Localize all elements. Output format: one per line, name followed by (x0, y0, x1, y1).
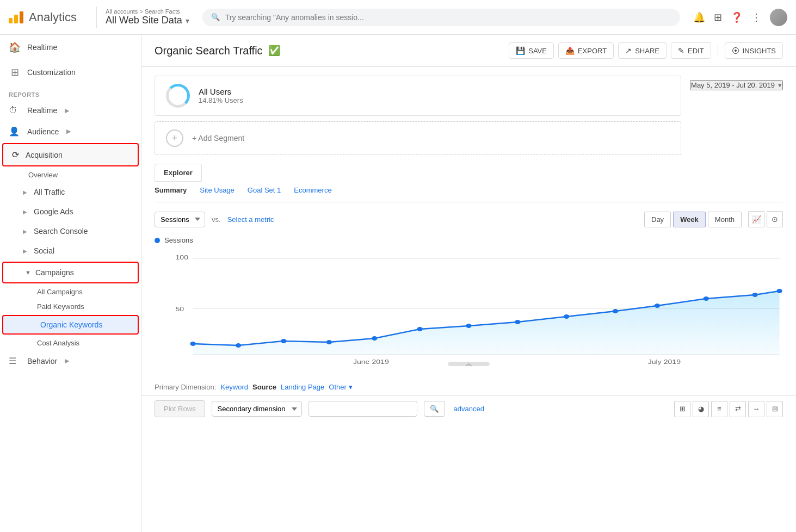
realtime-icon: ⏱ (9, 106, 21, 115)
more-vert-icon[interactable]: ⋮ (751, 11, 761, 23)
caret-icon: ▶ (23, 228, 27, 234)
day-button[interactable]: Day (644, 212, 671, 227)
sidebar-sub-google-ads[interactable]: ▶ Google Ads (0, 202, 141, 221)
chart-container: 100 50 (155, 249, 783, 370)
reports-section-label: REPORTS (0, 85, 141, 100)
add-circle-icon: + (166, 129, 183, 147)
svg-point-14 (564, 314, 569, 319)
sidebar-item-customization[interactable]: ⊞ Customization (0, 60, 141, 85)
sidebar-item-realtime[interactable]: ⏱ Realtime ▶ (0, 100, 141, 121)
search-input[interactable] (225, 13, 671, 22)
svg-point-13 (515, 320, 520, 324)
sidebar-sub-campaigns[interactable]: ▼ Campaigns 2 (2, 262, 139, 283)
sidebar-item-home[interactable]: 🏠 Realtime (0, 35, 141, 60)
sidebar-item-behavior[interactable]: ☰ Behavior ▶ (0, 350, 141, 372)
table-search-input[interactable] (308, 401, 417, 417)
customization-icon: ⊞ (9, 66, 21, 78)
explorer-tab[interactable]: Explorer (155, 164, 202, 182)
export-icon: 📤 (565, 46, 575, 55)
dim-keyword[interactable]: Keyword (220, 383, 248, 391)
caret-icon: ▶ (65, 107, 69, 114)
svg-text:July 2019: July 2019 (648, 358, 681, 365)
help-icon[interactable]: ❓ (731, 11, 743, 23)
tab-ecommerce[interactable]: Ecommerce (294, 186, 331, 197)
explorer-area: Explorer Summary Site Usage Goal Set 1 E… (141, 164, 796, 202)
sidebar-sub-overview[interactable]: Overview (0, 168, 141, 182)
logo-bar-1 (9, 18, 13, 23)
export-button[interactable]: 📤 EXPORT (558, 42, 614, 59)
svg-text:100: 100 (176, 254, 189, 261)
sidebar-sub-all-traffic[interactable]: ▶ All Traffic (0, 182, 141, 202)
secondary-dimension-selector[interactable]: Secondary dimension (212, 401, 302, 417)
dim-source[interactable]: Source (252, 383, 276, 391)
share-icon: ↗ (625, 46, 632, 55)
avatar[interactable] (770, 9, 787, 26)
sidebar-sub-paid-keywords[interactable]: Paid Keywords (0, 299, 141, 314)
logo-title: Analytics (29, 10, 77, 24)
dim-landing-page[interactable]: Landing Page (281, 383, 324, 391)
bar-chart-button[interactable]: ≡ (711, 401, 727, 417)
table-search-button[interactable]: 🔍 (424, 401, 445, 417)
advanced-link[interactable]: advanced (454, 405, 484, 413)
pivot-button[interactable]: ↔ (748, 401, 764, 417)
date-range-button[interactable]: May 5, 2019 - Jul 20, 2019 ▾ (690, 80, 783, 90)
dim-other[interactable]: Other ▾ (329, 383, 353, 391)
sidebar-item-audience[interactable]: 👤 Audience ▶ (0, 121, 141, 142)
save-button[interactable]: 💾 SAVE (509, 42, 554, 59)
sidebar-sub-organic-keywords[interactable]: Organic Keywords 3 (2, 315, 139, 335)
lifetime-button[interactable]: ⊟ (767, 401, 783, 417)
time-buttons: Day Week Month 📈 ⊙ (644, 211, 783, 227)
caret-down-icon: ▼ (25, 269, 31, 276)
insights-button[interactable]: ⦿ INSIGHTS (725, 42, 783, 59)
scatter-chart-button[interactable]: ⊙ (767, 211, 783, 227)
account-name[interactable]: All Web Site Data ▾ (106, 15, 189, 26)
tab-goal-set[interactable]: Goal Set 1 (248, 186, 281, 197)
comparison-button[interactable]: ⇄ (730, 401, 746, 417)
notification-icon[interactable]: 🔔 (693, 11, 705, 23)
pie-chart-button[interactable]: ◕ (693, 401, 709, 417)
date-range: May 5, 2019 - Jul 20, 2019 ▾ (690, 80, 783, 90)
caret-icon: ▶ (23, 248, 27, 254)
svg-point-17 (704, 296, 709, 301)
data-table-button[interactable]: ⊞ (674, 401, 690, 417)
add-segment-button[interactable]: + + Add Segment (155, 121, 681, 155)
select-metric-link[interactable]: Select a metric (227, 215, 274, 224)
segment-info: All Users 14.81% Users (199, 87, 243, 104)
edit-icon: ✎ (678, 46, 684, 55)
save-icon: 💾 (516, 46, 525, 55)
segment-card-all-users: All Users 14.81% Users (155, 76, 681, 116)
sidebar-sub-all-campaigns[interactable]: All Campaigns (0, 284, 141, 299)
sidebar-sub-social[interactable]: ▶ Social (0, 241, 141, 261)
sessions-dot (155, 238, 160, 243)
search-icon: 🔍 (211, 13, 220, 21)
avatar-image (770, 9, 787, 26)
tab-summary[interactable]: Summary (155, 186, 187, 197)
svg-point-8 (281, 339, 286, 343)
home-icon: 🏠 (9, 41, 21, 53)
view-type-buttons: ⊞ ◕ ≡ ⇄ ↔ ⊟ (674, 401, 783, 417)
tab-site-usage[interactable]: Site Usage (200, 186, 235, 197)
sidebar: 🏠 Realtime ⊞ Customization REPORTS ⏱ Rea… (0, 35, 141, 532)
segment-area: All Users 14.81% Users + + Add Segment M… (141, 67, 796, 164)
sidebar-sub-search-console[interactable]: ▶ Search Console (0, 221, 141, 241)
svg-point-15 (613, 309, 618, 313)
metric-selector[interactable]: Sessions (155, 212, 205, 227)
logo-bar-2 (14, 15, 18, 23)
week-button[interactable]: Week (673, 212, 706, 227)
sidebar-sub-cost-analysis[interactable]: Cost Analysis (0, 336, 141, 350)
chart-controls: Sessions vs. Select a metric Day Week Mo… (155, 211, 783, 227)
share-button[interactable]: ↗ SHARE (618, 42, 667, 59)
segment-donut-chart (166, 84, 190, 108)
bottom-toolbar: Plot Rows Secondary dimension 🔍 advanced… (141, 395, 796, 422)
primary-dimension-bar: Primary Dimension: Keyword Source Landin… (141, 379, 796, 395)
line-chart-button[interactable]: 📈 (748, 211, 764, 227)
svg-point-9 (326, 340, 332, 344)
sidebar-item-acquisition[interactable]: ⟳ Acquisition 1 (2, 143, 139, 166)
edit-button[interactable]: ✎ EDIT (671, 42, 711, 59)
month-button[interactable]: Month (708, 212, 742, 227)
chevron-down-icon: ▾ (778, 81, 782, 89)
search-bar[interactable]: 🔍 (202, 9, 680, 26)
grid-icon[interactable]: ⊞ (714, 11, 722, 23)
plot-rows-button[interactable]: Plot Rows (155, 400, 205, 417)
caret-icon: ▶ (66, 128, 71, 135)
